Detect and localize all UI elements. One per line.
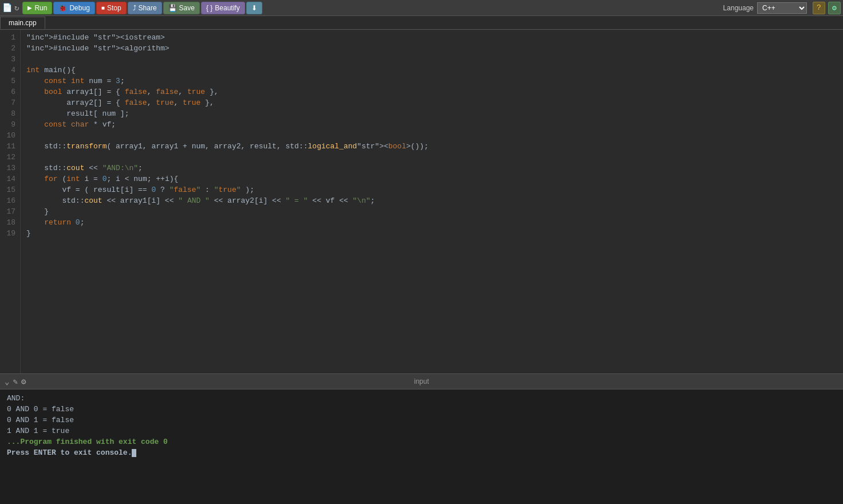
line-number: 9 [5,119,15,130]
share-icon: ⤴ [133,4,136,12]
line-number: 5 [5,76,15,86]
beautify-button[interactable]: { } Beautify [201,2,245,14]
stop-icon: ■ [101,5,105,11]
line-number: 8 [5,108,15,119]
console-line: 1 AND 1 = true [7,426,836,436]
console-line: 0 AND 0 = false [7,404,836,415]
line-number: 19 [5,228,15,239]
line-number: 6 [5,86,15,97]
line-number: 10 [5,130,15,141]
bottom-panel-header: ⌄ ✎ ⚙ input [0,373,843,389]
download-icon: ⬇ [251,4,257,12]
language-label: Language [723,4,754,12]
console-settings-icon[interactable]: ⚙ [21,377,26,387]
line-numbers: 12345678910111213141516171819 [0,30,21,373]
line-number: 16 [5,195,15,206]
toolbar: 📄 ↻ ▶ Run 🐞 Debug ■ Stop ⤴ Share 💾 Save … [0,0,843,16]
console-line: ...Program finished with exit code 0 [7,436,836,447]
editor-area: 12345678910111213141516171819 "inc">#inc… [0,30,843,373]
line-number: 15 [5,184,15,195]
console-line: Press ENTER to exit console. [7,447,836,458]
line-number: 17 [5,206,15,217]
input-label: input [414,377,429,385]
line-number: 14 [5,174,15,184]
stop-button[interactable]: ■ Stop [96,2,127,14]
console-output: AND:0 AND 0 = false0 AND 1 = false1 AND … [0,389,843,504]
beautify-icon: { } [206,4,212,12]
language-select[interactable]: C++ C Java Python JavaScript [757,2,807,14]
file-icon: 📄 [2,3,12,13]
line-number: 4 [5,65,15,76]
refresh-icon: ↻ [14,3,19,13]
tab-bar: main.cpp [0,16,843,30]
save-icon: 💾 [168,4,177,12]
tab-main-cpp[interactable]: main.cpp [0,17,45,29]
debug-button[interactable]: 🐞 Debug [53,2,94,14]
run-icon: ▶ [27,5,32,11]
debug-icon: 🐞 [58,4,67,12]
download-button[interactable]: ⬇ [246,2,262,14]
line-number: 3 [5,54,15,65]
line-number: 7 [5,97,15,108]
line-number: 18 [5,217,15,228]
share-button[interactable]: ⤴ Share [128,2,162,14]
settings-button[interactable]: ⚙ [828,2,841,14]
line-number: 13 [5,163,15,174]
console-line: AND: [7,393,836,404]
code-editor[interactable]: "inc">#include "str"><iostream> "inc">#i… [21,30,843,373]
help-button[interactable]: ? [813,2,825,14]
line-number: 11 [5,141,15,152]
line-number: 2 [5,43,15,54]
save-button[interactable]: 💾 Save [163,2,200,14]
console-edit-icon[interactable]: ✎ [13,377,17,387]
language-section: Language C++ C Java Python JavaScript [723,2,807,14]
line-number: 1 [5,32,15,43]
run-button[interactable]: ▶ Run [22,2,52,14]
line-number: 12 [5,152,15,163]
console-line: 0 AND 1 = false [7,415,836,426]
console-chevron-icon[interactable]: ⌄ [5,377,9,387]
